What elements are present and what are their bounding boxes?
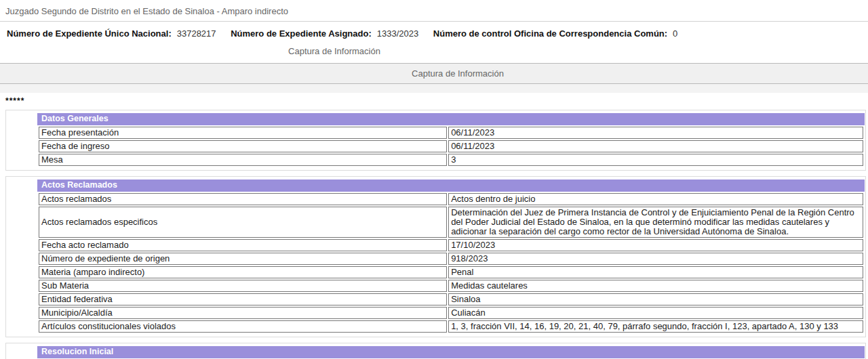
table-row: Artículos constitucionales violados1, 3,… [39, 320, 863, 333]
field-value: 3 [448, 154, 863, 166]
field-value: 1, 3, fracción VII, 14, 16, 19, 20, 21, … [448, 320, 863, 333]
field-label: Fecha presentación [39, 127, 447, 139]
form-section: Datos Generales Fecha presentación06/11/… [5, 110, 866, 171]
section-title: Resolucion Inicial [37, 346, 865, 358]
table-row: Actos reclamados especificosDeterminació… [39, 207, 863, 238]
field-value: Determinación del Juez de Primera Instan… [448, 207, 863, 238]
table-row: Fecha presentación06/11/2023 [39, 127, 863, 139]
field-label: Actos reclamados especificos [39, 207, 447, 238]
table-row: Número de expediente de origen918/2023 [39, 253, 863, 265]
field-value: Sinaloa [448, 293, 863, 305]
table-row: Fecha acto reclamado17/10/2023 [39, 239, 863, 251]
field-value: 06/11/2023 [448, 127, 863, 139]
field-value: Culiacán [448, 307, 863, 319]
control-oficina-value: 0 [673, 28, 677, 39]
control-oficina-label: Número de control Oficina de Corresponde… [433, 28, 667, 39]
expediente-summary: Número de Expediente Único Nacional:3372… [0, 22, 868, 42]
table-row: Entidad federativaSinaloa [39, 293, 863, 305]
table-row: Fecha de ingreso06/11/2023 [39, 140, 863, 152]
field-label: Número de expediente de origen [39, 253, 447, 265]
section-table: Fecha presentación06/11/2023Fecha de ing… [37, 125, 865, 167]
field-value: 06/11/2023 [448, 140, 863, 152]
captura-panel-tab[interactable]: Captura de Información [0, 63, 868, 84]
expediente-asignado-value: 1333/2023 [377, 28, 418, 39]
divider-band [0, 84, 868, 93]
section-title: Datos Generales [37, 113, 865, 125]
field-label: Mesa [39, 154, 447, 166]
court-title: Juzgado Segundo de Distrito en el Estado… [0, 0, 868, 22]
field-label: Sub Materia [39, 280, 447, 292]
expediente-unico-value: 33728217 [177, 28, 216, 39]
field-value: Penal [448, 266, 863, 278]
sections: Datos Generales Fecha presentación06/11/… [0, 110, 868, 359]
section-title: Actos Reclamados [37, 180, 865, 192]
field-label: Fecha de ingreso [39, 140, 447, 152]
field-label: Fecha acto reclamado [39, 239, 447, 251]
field-label: Municipio/Alcaldía [39, 307, 447, 319]
table-row: Sub MateriaMedidas cautelares [39, 280, 863, 292]
field-value: 918/2023 [448, 253, 863, 265]
expediente-asignado-label: Número de Expediente Asignado: [231, 28, 372, 39]
table-row: Materia (amparo indirecto)Penal [39, 266, 863, 278]
field-value: Medidas cautelares [448, 280, 863, 292]
field-value: 17/10/2023 [448, 239, 863, 251]
form-section: Actos Reclamados Actos reclamadosActos d… [5, 176, 866, 337]
field-label: Artículos constitucionales violados [39, 320, 447, 333]
form-section: Resolucion Inicial [5, 343, 866, 359]
field-label: Materia (amparo indirecto) [39, 266, 447, 278]
field-value: Actos dentro de juicio [448, 193, 863, 205]
page-subtitle: Captura de Información [0, 42, 669, 63]
field-label: Entidad federativa [39, 293, 447, 305]
field-label: Actos reclamados [39, 193, 447, 205]
asterisks-marker: ***** [0, 93, 868, 108]
capture-page: { "header": { "court_title": "Juzgado Se… [0, 0, 868, 359]
table-row: Mesa3 [39, 154, 863, 166]
table-row: Actos reclamadosActos dentro de juicio [39, 193, 863, 205]
table-row: Municipio/AlcaldíaCuliacán [39, 307, 863, 319]
section-table: Actos reclamadosActos dentro de juicioAc… [37, 192, 865, 334]
expediente-unico-label: Número de Expediente Único Nacional: [7, 28, 172, 39]
